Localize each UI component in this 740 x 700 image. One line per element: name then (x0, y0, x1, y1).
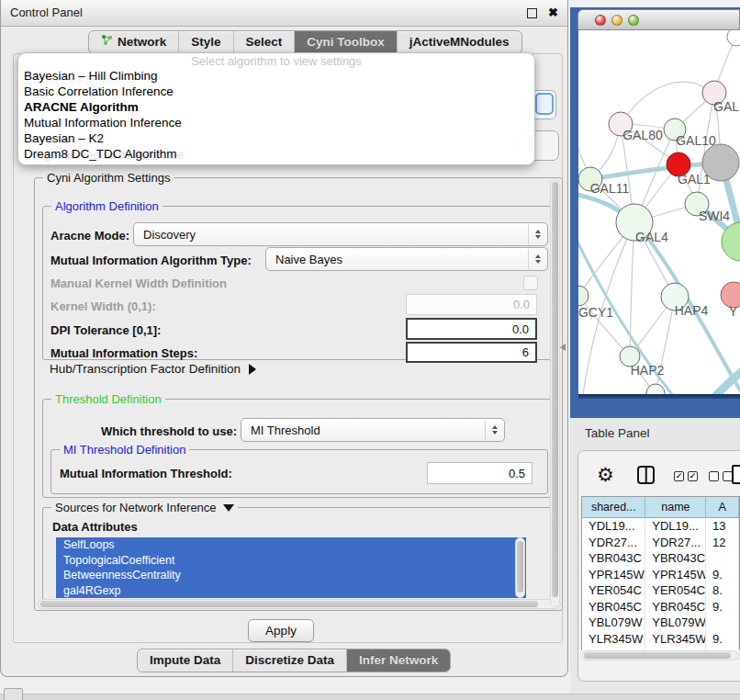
dpi-tolerance-label: DPI Tolerance [0,1]: (50, 323, 161, 337)
algorithm-option[interactable]: Dream8 DC_TDC Algorithm (18, 146, 534, 162)
combobox-stepper-focus[interactable] (535, 93, 554, 115)
network-node-top-partial[interactable] (727, 30, 740, 46)
table-cell: YPR145W (645, 567, 706, 583)
network-node-gcy1[interactable] (578, 286, 589, 306)
bottom-left-mini-button[interactable] (4, 688, 23, 700)
select-all-checkboxes-icon[interactable]: ✓ ✓ (674, 471, 698, 481)
network-canvas[interactable]: GALGAL80GAL10GAL1GAL11SWI4GAL4HAP4YGCY1H… (578, 30, 740, 394)
tab-jactivemnodules[interactable]: jActiveMNodules (397, 31, 521, 53)
combobox-value: Discovery (143, 228, 196, 242)
tab-discretize-data[interactable]: Discretize Data (232, 649, 346, 672)
combobox-stepper-icon[interactable] (528, 224, 546, 244)
algorithm-option[interactable]: Mutual Information Inference (18, 115, 534, 130)
aracne-mode-combobox[interactable]: Discovery (133, 222, 548, 246)
attribute-item[interactable]: BetweennessCentrality (56, 568, 526, 583)
attribute-item[interactable]: SelfLoops (56, 537, 526, 553)
dropdown-hint: Select algorithm to view settings (18, 54, 534, 68)
algorithm-option[interactable]: Basic Correlation Inference (18, 84, 534, 99)
bottom-strip (0, 694, 740, 700)
table-cell (706, 615, 739, 631)
kernel-width-label: Kernel Width (0,1): (50, 299, 156, 313)
manual-kernel-width-checkbox[interactable] (523, 276, 538, 290)
column-header[interactable]: A (706, 497, 739, 517)
scrollbar-thumb[interactable] (552, 182, 558, 597)
hub-definition-toggle[interactable]: Hub/Transcription Factor Definition (50, 362, 256, 376)
table-cell: YBL079W (645, 615, 706, 631)
apply-label: Apply (265, 624, 297, 638)
kernel-width-field[interactable]: 0.0 (406, 294, 537, 315)
mi-algorithm-type-combobox[interactable]: Naive Bayes (265, 247, 548, 271)
tab-infer-network[interactable]: Infer Network (346, 649, 450, 672)
dpi-tolerance-field[interactable]: 0.0 (406, 318, 537, 340)
scrollbar-thumb[interactable] (584, 652, 731, 659)
table-row[interactable]: YLR345WYLR345W9. (582, 631, 739, 648)
tab-style[interactable]: Style (178, 31, 232, 53)
table-cell: YDL19... (645, 518, 706, 535)
tab-network[interactable]: Network (89, 31, 178, 53)
close-icon[interactable]: ✖ (548, 5, 558, 21)
network-node-label: HAP4 (675, 303, 709, 318)
split-pane-handle[interactable] (560, 344, 566, 351)
tab-select[interactable]: Select (233, 31, 295, 53)
table-horizontal-scrollbar[interactable] (581, 650, 739, 660)
algorithm-option[interactable]: Bayesian – K2 (18, 130, 534, 146)
collapse-down-icon[interactable] (223, 504, 234, 512)
table-cell: YBR045C (645, 599, 706, 615)
combobox-stepper-icon[interactable] (528, 249, 546, 269)
table-row[interactable]: YBL079WYBL079W (582, 615, 739, 631)
field-value: 0.0 (512, 322, 529, 336)
apply-button[interactable]: Apply (248, 619, 314, 642)
scrollbar-thumb[interactable] (517, 541, 523, 593)
settings-horizontal-scrollbar[interactable] (38, 599, 561, 609)
expand-right-icon[interactable] (249, 364, 256, 375)
checked-box-icon: ✓ (688, 471, 698, 481)
tab-cyni-toolbox[interactable]: Cyni Toolbox (294, 31, 397, 53)
minimize-traffic-light[interactable] (611, 15, 622, 26)
table-cell: YLR345W (582, 631, 645, 648)
split-columns-icon[interactable] (637, 466, 655, 484)
panel-title: Control Panel (10, 0, 83, 26)
which-threshold-combobox[interactable]: MI Threshold (241, 418, 505, 442)
column-header[interactable]: shared... (582, 497, 645, 517)
sources-group-title-row[interactable]: Sources for Network Inference (51, 501, 238, 514)
cyni-algorithm-settings-group: Cyni Algorithm Settings Algorithm Defini… (34, 177, 563, 611)
mi-threshold-definition-group: MI Threshold Definition Mutual Informati… (50, 449, 548, 494)
deselect-all-checkboxes-icon[interactable] (709, 471, 733, 481)
network-node-label: GAL10 (676, 133, 716, 148)
mi-steps-field[interactable]: 6 (406, 342, 537, 363)
table-row[interactable]: YDL19...YDL19...13 (582, 518, 739, 535)
group-title: Algorithm Definition (51, 199, 163, 213)
float-window-icon[interactable] (527, 8, 537, 18)
attributes-scrollbar[interactable] (515, 537, 525, 598)
table-panel-title: Table Panel (585, 426, 650, 440)
mi-threshold-field[interactable]: 0.5 (427, 462, 533, 484)
algorithm-option[interactable]: Bayesian – Hill Climbing (18, 68, 534, 84)
document-icon[interactable] (732, 465, 740, 484)
column-header[interactable]: name (645, 497, 706, 517)
settings-gear-icon[interactable]: ⚙ (597, 465, 614, 484)
attribute-item[interactable]: gal4RGexp (56, 583, 526, 599)
close-traffic-light[interactable] (595, 15, 606, 26)
table-header-row: shared...nameA (582, 497, 739, 518)
scrollbar-thumb[interactable] (40, 601, 538, 607)
table-cell: YBL079W (582, 615, 645, 631)
tab-label: Network (118, 31, 166, 53)
threshold-definition-group: Threshold Definition Which threshold to … (42, 399, 556, 498)
table-row[interactable]: YBR043CYBR043C (582, 550, 739, 567)
table-row[interactable]: YER054CYER054C8. (582, 582, 739, 599)
table-cell: YDR27... (582, 535, 645, 551)
settings-vertical-scrollbar[interactable] (550, 179, 560, 607)
sources-group: Sources for Network Inference Data Attri… (42, 507, 556, 604)
zoom-traffic-light[interactable] (628, 15, 639, 26)
network-window-titlebar[interactable] (577, 9, 740, 30)
algorithm-option[interactable]: ARACNE Algorithm (18, 99, 534, 115)
attribute-item[interactable]: TopologicalCoefficient (56, 553, 526, 569)
table-row[interactable]: YDR27...YDR27...12 (582, 535, 739, 551)
table-cell: 9. (706, 567, 739, 583)
combobox-stepper-icon[interactable] (485, 420, 503, 440)
table-row[interactable]: YBR045CYBR045C9. (582, 599, 739, 615)
tab-impute-data[interactable]: Impute Data (138, 649, 232, 672)
network-node-label: GCY1 (578, 305, 613, 320)
table-row[interactable]: YPR145WYPR145W9. (582, 567, 739, 583)
data-attributes-list[interactable]: SelfLoopsTopologicalCoefficientBetweenne… (56, 537, 526, 598)
